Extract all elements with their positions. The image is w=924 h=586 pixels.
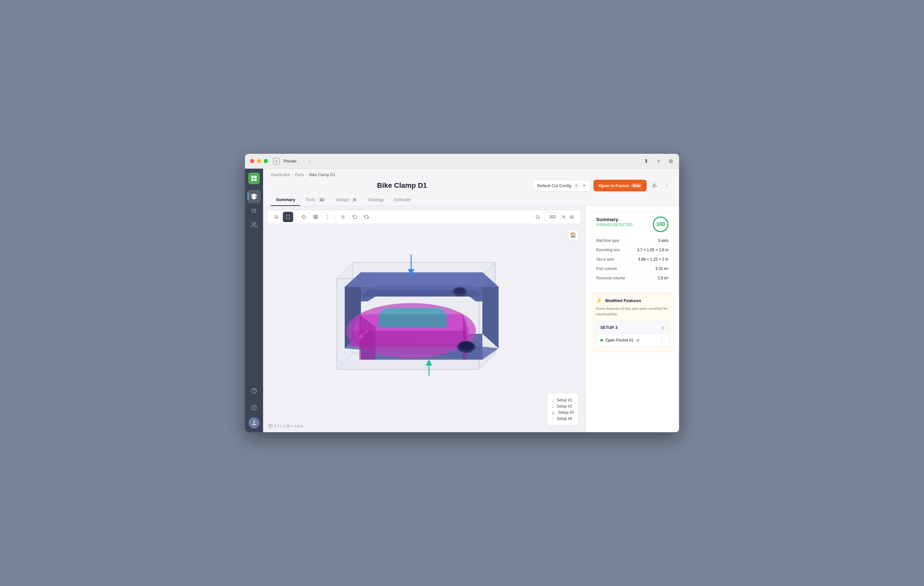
close-button[interactable] xyxy=(250,159,254,163)
zoom-fit-icon xyxy=(569,215,574,219)
dimensions-value: 3.7 × 1.05 × 1.6 in xyxy=(274,424,303,428)
user-avatar[interactable] xyxy=(249,417,259,428)
stock-size-label: Stock size xyxy=(596,257,614,262)
breadcrumb-dashboard[interactable]: Dashboard xyxy=(271,173,290,177)
breadcrumb-sep-2: › xyxy=(306,173,307,177)
summary-info: Summary 0 ISSUES DETECTED xyxy=(596,217,632,227)
score-circle: 100 xyxy=(653,217,668,232)
zoom-search-button[interactable] xyxy=(533,212,543,222)
grid-button[interactable] xyxy=(310,212,321,222)
svg-point-13 xyxy=(252,405,257,410)
legend-item-4: ↑ Setup #4 xyxy=(552,416,574,421)
refresh-button[interactable] xyxy=(361,212,371,222)
tab-estimate[interactable]: Estimate xyxy=(389,194,416,206)
stock-size-value: 3.88 × 1.25 × 2 in xyxy=(638,257,668,262)
more-view-button[interactable]: ⋮ xyxy=(322,212,332,222)
legend-arrow-1: ↓ xyxy=(552,398,554,403)
zoom-fit-button[interactable] xyxy=(567,212,577,222)
zoom-out-button[interactable] xyxy=(271,212,282,222)
config-select[interactable]: Default Cut Config ▼ xyxy=(533,180,590,191)
open-in-fusion-button[interactable]: Open in Fusion Beta xyxy=(594,180,647,191)
measure-button[interactable] xyxy=(299,212,309,222)
traffic-lights xyxy=(250,159,268,163)
tab-tools-label: Tools xyxy=(305,197,315,202)
titlebar-name: Private xyxy=(284,159,297,163)
settings-button[interactable] xyxy=(338,212,348,222)
svg-marker-50 xyxy=(379,314,447,327)
share-button[interactable]: ⬆ xyxy=(643,157,650,165)
zoom-input[interactable] xyxy=(544,212,561,221)
refresh-icon xyxy=(364,215,369,219)
setup-legend: ↓ Setup #1 ↓ Setup #2 ↙ Setup #3 ↑ xyxy=(547,393,579,426)
svg-line-26 xyxy=(539,218,540,219)
app-logo[interactable] xyxy=(248,173,260,184)
zoom-percent-label: % xyxy=(562,215,565,219)
sidebar-item-team[interactable] xyxy=(248,219,261,232)
sidebar-item-list[interactable] xyxy=(248,204,261,217)
legend-item-3: ↙ Setup #3 xyxy=(552,410,574,415)
more-options-button[interactable]: ⋮ xyxy=(662,181,671,190)
users-icon xyxy=(251,222,257,228)
summary-issues: 0 ISSUES DETECTED xyxy=(596,223,632,227)
minimize-button[interactable] xyxy=(257,159,261,163)
config-arrow-icon: ▼ xyxy=(582,184,586,188)
setup-header[interactable]: SETUP 3 ∧ xyxy=(596,321,669,334)
setup-item-more-button[interactable]: ⋮ xyxy=(659,337,664,344)
viewer-toolbar: ⋮ xyxy=(267,210,581,224)
sidebar-nav-button[interactable] xyxy=(248,401,261,414)
legend-item-1: ↓ Setup #1 xyxy=(552,398,574,403)
svg-rect-22 xyxy=(314,217,315,219)
bounding-box-value: 3.7 × 1.05 × 1.6 in xyxy=(637,248,668,252)
legend-label-2: Setup #2 xyxy=(557,404,572,408)
part-3d-view xyxy=(263,229,585,413)
tabs-bar: Summary Tools 12 Setups 4 Strategy Estim… xyxy=(263,194,679,206)
tab-tools[interactable]: Tools 12 xyxy=(300,194,331,206)
setup-chevron-icon: ∧ xyxy=(661,325,664,330)
config-icon xyxy=(574,183,579,188)
part-volume-value: 3.31 in³ xyxy=(655,267,668,271)
right-panel: Summary 0 ISSUES DETECTED 100 Machine ty… xyxy=(585,206,679,432)
download-button[interactable] xyxy=(650,181,659,190)
fit-view-icon xyxy=(286,215,290,219)
page-title: Bike Clamp D1 xyxy=(377,181,427,190)
list-icon xyxy=(251,208,257,214)
nav-back-button[interactable]: ‹ xyxy=(302,158,306,165)
setup-item-left: Open Pocket #1 ⚙ xyxy=(601,338,640,343)
dimensions-icon xyxy=(268,424,273,428)
setup-item-name: Open Pocket #1 xyxy=(606,338,634,342)
titlebar: ⊞ Private ‹ › ⬆ ＋ ⧉ xyxy=(245,154,679,169)
summary-header: Summary 0 ISSUES DETECTED 100 xyxy=(596,217,668,232)
legend-arrow-3: ↙ xyxy=(552,410,556,415)
sidebar-item-3d[interactable] xyxy=(248,190,261,203)
tab-strategy-label: Strategy xyxy=(368,197,384,202)
svg-point-56 xyxy=(455,288,465,294)
tab-strategy[interactable]: Strategy xyxy=(363,194,389,206)
svg-rect-21 xyxy=(316,215,317,217)
rotate-icon xyxy=(353,215,357,219)
viewer-3d[interactable]: ⋮ xyxy=(263,206,585,432)
tab-setups[interactable]: Setups 4 xyxy=(331,194,363,206)
part-volume-label: Part volume xyxy=(596,267,617,271)
svg-rect-0 xyxy=(251,176,254,178)
zoom-out-icon xyxy=(274,215,279,219)
rotate-button[interactable] xyxy=(350,212,360,222)
copy-button[interactable]: ⧉ xyxy=(668,157,674,165)
sidebar-help-button[interactable] xyxy=(248,384,261,397)
fit-view-button[interactable] xyxy=(283,212,293,222)
topbar-actions: Default Cut Config ▼ Open in Fusion Beta xyxy=(533,180,671,191)
chevron-right-circle-icon xyxy=(251,405,257,410)
summary-row-removal-vol: Removal volume 2.9 in³ xyxy=(596,273,668,283)
breadcrumb-parts[interactable]: Parts xyxy=(295,173,304,177)
legend-label-1: Setup #1 xyxy=(557,398,572,402)
add-button[interactable]: ＋ xyxy=(655,156,663,166)
svg-line-18 xyxy=(277,218,278,219)
maximize-button[interactable] xyxy=(264,159,268,163)
download-icon xyxy=(652,182,657,188)
legend-arrow-4: ↑ xyxy=(552,416,554,421)
fusion-button-label: Open in Fusion xyxy=(599,183,630,188)
legend-arrow-2: ↓ xyxy=(552,404,554,409)
nav-forward-button[interactable]: › xyxy=(308,158,312,165)
doc-icon: ⊞ xyxy=(273,158,280,165)
tab-summary[interactable]: Summary xyxy=(271,194,300,206)
tab-summary-label: Summary xyxy=(276,197,295,202)
